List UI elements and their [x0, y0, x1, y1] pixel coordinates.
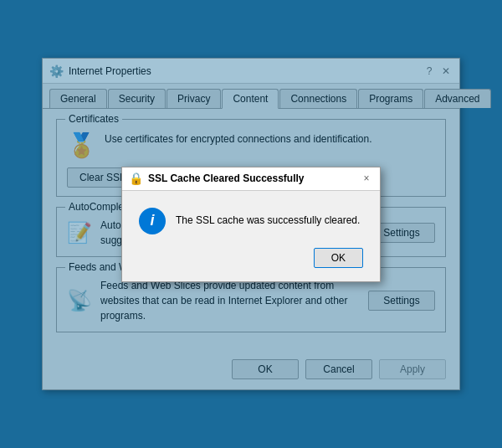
info-icon: i — [139, 208, 166, 234]
dialog-message: The SSL cache was successfully cleared. — [176, 208, 360, 228]
dialog-body: i The SSL cache was successfully cleared… — [122, 191, 380, 248]
dialog-title: SSL Cache Cleared Successfully — [148, 173, 305, 184]
dialog-icon: 🔒 — [129, 172, 143, 185]
dialog-footer: OK — [122, 248, 380, 281]
ssl-cache-dialog: 🔒 SSL Cache Cleared Successfully × i The… — [121, 167, 381, 282]
dialog-close-button[interactable]: × — [360, 172, 373, 185]
dialog-overlay: 🔒 SSL Cache Cleared Successfully × i The… — [42, 58, 460, 390]
dialog-ok-button[interactable]: OK — [314, 248, 363, 268]
dialog-title-bar: 🔒 SSL Cache Cleared Successfully × — [122, 167, 380, 191]
